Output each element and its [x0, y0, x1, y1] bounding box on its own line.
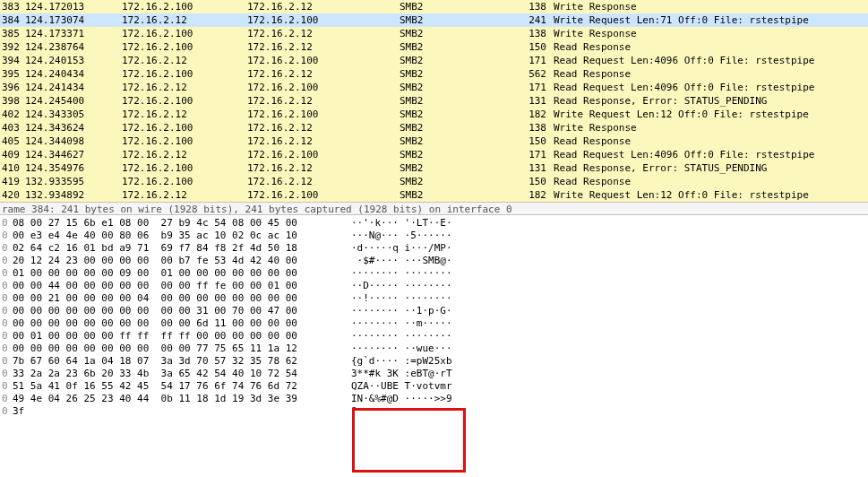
hex-row[interactable]: 000 00 00 00 00 00 00 00 00 00 6d 11 00 …	[2, 317, 868, 330]
col-dest: 172.16.2.12	[247, 94, 400, 108]
col-source: 172.16.2.100	[122, 161, 247, 175]
hex-offset: 0	[2, 317, 13, 330]
col-time: 124.245400	[25, 94, 122, 108]
col-no: 395	[0, 67, 25, 81]
col-time: 124.344098	[25, 134, 122, 148]
col-no: 394	[0, 54, 25, 67]
col-len: 131	[525, 94, 550, 108]
hex-offset: 0	[2, 343, 13, 355]
hex-ascii: ?	[351, 405, 868, 418]
hex-offset: 0	[2, 267, 13, 280]
col-source: 172.16.2.12	[122, 108, 247, 121]
col-source: 172.16.2.100	[122, 40, 247, 54]
hex-row[interactable]: 000 00 00 00 00 00 00 00 00 00 31 00 70 …	[2, 305, 868, 317]
packet-row[interactable]: 419132.933595172.16.2.100172.16.2.12SMB2…	[0, 175, 868, 188]
hex-offset: 0	[2, 305, 13, 317]
hex-offset: 0	[2, 393, 13, 405]
col-len: 171	[525, 81, 550, 94]
hex-ascii: ········ ··1·p·G·	[351, 305, 868, 317]
hex-ascii: {g`d···· :=pW25xb	[351, 355, 868, 368]
hex-row[interactable]: 000 00 44 00 00 00 00 00 00 00 ff fe 00 …	[2, 280, 868, 292]
col-proto: SMB2	[400, 0, 525, 13]
hex-ascii: ········ ··wue···	[351, 343, 868, 355]
col-proto: SMB2	[400, 108, 525, 121]
col-dest: 172.16.2.100	[247, 148, 400, 161]
hex-bytes: 00 01 00 00 00 00 ff ff ff ff 00 00 00 0…	[13, 330, 351, 343]
hex-row[interactable]: 020 12 24 23 00 00 00 00 00 b7 fe 53 4d …	[2, 255, 868, 267]
hex-row[interactable]: 008 00 27 15 6b e1 08 00 27 b9 4c 54 08 …	[2, 217, 868, 230]
hex-row[interactable]: 000 e3 e4 4e 40 00 80 06 b9 35 ac 10 02 …	[2, 230, 868, 242]
col-proto: SMB2	[400, 175, 525, 188]
col-source: 172.16.2.12	[122, 13, 247, 27]
hex-pane[interactable]: 008 00 27 15 6b e1 08 00 27 b9 4c 54 08 …	[0, 215, 868, 418]
col-source: 172.16.2.100	[122, 0, 247, 13]
hex-row[interactable]: 051 5a 41 0f 16 55 42 45 54 17 76 6f 74 …	[2, 380, 868, 393]
hex-offset: 0	[2, 380, 13, 393]
col-dest: 172.16.2.100	[247, 81, 400, 94]
packet-row[interactable]: 402124.343305172.16.2.12172.16.2.100SMB2…	[0, 108, 868, 121]
col-len: 150	[525, 134, 550, 148]
hex-offset: 0	[2, 405, 13, 418]
packet-row[interactable]: 409124.344627172.16.2.12172.16.2.100SMB2…	[0, 148, 868, 161]
col-proto: SMB2	[400, 94, 525, 108]
col-len: 562	[525, 67, 550, 81]
col-info: Read Response	[550, 134, 868, 148]
col-dest: 172.16.2.12	[247, 161, 400, 175]
col-source: 172.16.2.100	[122, 67, 247, 81]
packet-list[interactable]: 383124.172013172.16.2.100172.16.2.12SMB2…	[0, 0, 868, 202]
hex-row[interactable]: 07b 67 60 64 1a 04 18 07 3a 3d 70 57 32 …	[2, 355, 868, 368]
col-time: 124.343305	[25, 108, 122, 121]
col-no: 420	[0, 188, 25, 202]
col-no: 419	[0, 175, 25, 188]
hex-bytes: 49 4e 04 26 25 23 40 44 0b 11 18 1d 19 3…	[13, 393, 351, 405]
hex-row[interactable]: 001 00 00 00 00 00 09 00 01 00 00 00 00 …	[2, 267, 868, 280]
col-source: 172.16.2.100	[122, 134, 247, 148]
hex-row[interactable]: 000 00 00 00 00 00 00 00 00 00 77 75 65 …	[2, 343, 868, 355]
packet-row[interactable]: 420132.934892172.16.2.12172.16.2.100SMB2…	[0, 188, 868, 202]
col-no: 410	[0, 161, 25, 175]
col-time: 132.934892	[25, 188, 122, 202]
hex-bytes: 00 00 21 00 00 00 00 04 00 00 00 00 00 0…	[13, 292, 351, 305]
packet-row[interactable]: 394124.240153172.16.2.12172.16.2.100SMB2…	[0, 54, 868, 67]
packet-row[interactable]: 398124.245400172.16.2.100172.16.2.12SMB2…	[0, 94, 868, 108]
packet-row[interactable]: 392124.238764172.16.2.100172.16.2.12SMB2…	[0, 40, 868, 54]
hex-row[interactable]: 033 2a 2a 23 6b 20 33 4b 3a 65 42 54 40 …	[2, 368, 868, 380]
packet-row[interactable]: 395124.240434172.16.2.100172.16.2.12SMB2…	[0, 67, 868, 81]
col-no: 405	[0, 134, 25, 148]
col-no: 383	[0, 0, 25, 13]
col-proto: SMB2	[400, 67, 525, 81]
hex-ascii: ·d·····q i···/MP·	[351, 242, 868, 255]
col-source: 172.16.2.100	[122, 94, 247, 108]
hex-row[interactable]: 000 01 00 00 00 00 ff ff ff ff 00 00 00 …	[2, 330, 868, 343]
col-no: 392	[0, 40, 25, 54]
hex-offset: 0	[2, 280, 13, 292]
col-info: Read Response, Error: STATUS_PENDING	[550, 161, 868, 175]
packet-row[interactable]: 405124.344098172.16.2.100172.16.2.12SMB2…	[0, 134, 868, 148]
hex-bytes: 00 00 00 00 00 00 00 00 00 00 6d 11 00 0…	[13, 317, 351, 330]
hex-offset: 0	[2, 292, 13, 305]
hex-row[interactable]: 049 4e 04 26 25 23 40 44 0b 11 18 1d 19 …	[2, 393, 868, 405]
col-time: 124.173371	[25, 27, 122, 40]
packet-row[interactable]: 410124.354976172.16.2.100172.16.2.12SMB2…	[0, 161, 868, 175]
col-info: Read Response	[550, 175, 868, 188]
col-source: 172.16.2.100	[122, 121, 247, 134]
hex-ascii: ··!····· ········	[351, 292, 868, 305]
packet-row[interactable]: 403124.343624172.16.2.100172.16.2.12SMB2…	[0, 121, 868, 134]
packet-row[interactable]: 385124.173371172.16.2.100172.16.2.12SMB2…	[0, 27, 868, 40]
col-info: Write Request Len:12 Off:0 File: rstestp…	[550, 188, 868, 202]
col-proto: SMB2	[400, 13, 525, 27]
hex-ascii: ·$#···· ···SMB@·	[351, 255, 868, 267]
col-len: 171	[525, 148, 550, 161]
hex-row[interactable]: 000 00 21 00 00 00 00 04 00 00 00 00 00 …	[2, 292, 868, 305]
hex-row[interactable]: 03f?	[2, 405, 868, 418]
col-dest: 172.16.2.100	[247, 108, 400, 121]
hex-bytes: 33 2a 2a 23 6b 20 33 4b 3a 65 42 54 40 1…	[13, 368, 351, 380]
packet-row[interactable]: 396124.241434172.16.2.12172.16.2.100SMB2…	[0, 81, 868, 94]
col-info: Read Request Len:4096 Off:0 File: rstest…	[550, 54, 868, 67]
col-time: 124.240153	[25, 54, 122, 67]
packet-row[interactable]: 383124.172013172.16.2.100172.16.2.12SMB2…	[0, 0, 868, 13]
packet-row[interactable]: 384124.173074172.16.2.12172.16.2.100SMB2…	[0, 13, 868, 27]
col-no: 385	[0, 27, 25, 40]
col-proto: SMB2	[400, 81, 525, 94]
hex-row[interactable]: 002 64 c2 16 01 bd a9 71 69 f7 84 f8 2f …	[2, 242, 868, 255]
